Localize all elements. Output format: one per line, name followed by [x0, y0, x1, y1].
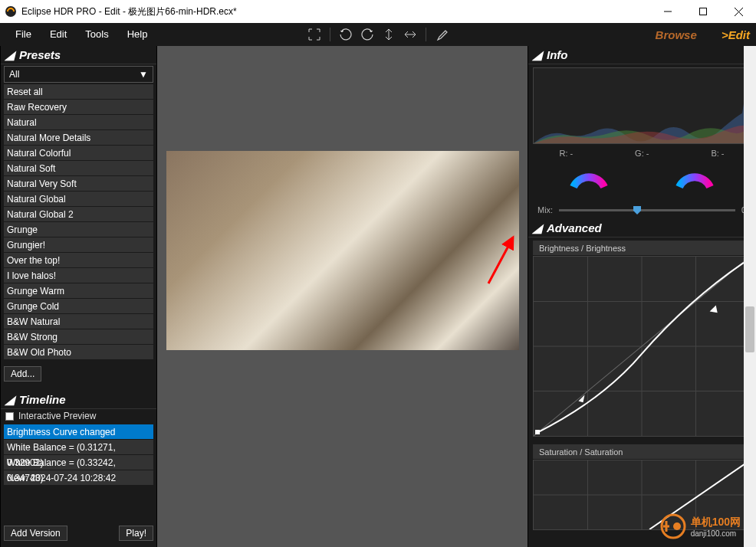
readout-b: B: -: [711, 149, 724, 158]
window-titlebar: Eclipse HDR PRO - Edit - 极光图片66-min-HDR.…: [0, 0, 756, 23]
minimize-button[interactable]: [650, 0, 685, 23]
hue-ring-left[interactable]: [569, 162, 609, 202]
fit-screen-icon[interactable]: [305, 25, 324, 44]
annotation-arrow-icon: [485, 234, 516, 287]
preset-filter-dropdown[interactable]: All ▼: [4, 66, 153, 83]
preset-item[interactable]: Natural More Details: [4, 130, 153, 146]
timeline-item[interactable]: Brightness Curve changed: [4, 424, 153, 440]
svg-rect-13: [535, 430, 540, 434]
interactive-preview-checkbox[interactable]: Interactive Preview: [1, 409, 156, 423]
flip-horizontal-icon[interactable]: [401, 25, 419, 44]
preset-item[interactable]: Natural Global: [4, 192, 153, 207]
timeline-list: Brightness Curve changedWhite Balance = …: [4, 424, 153, 518]
close-button[interactable]: [721, 0, 756, 23]
timeline-header[interactable]: ◢ Timeline: [1, 391, 156, 409]
preset-item[interactable]: Natural Very Soft: [4, 176, 153, 192]
preset-item[interactable]: Over the top!: [4, 253, 153, 268]
preset-item[interactable]: B&W Strong: [4, 329, 153, 345]
menu-edit[interactable]: Edit: [41, 23, 76, 46]
histogram[interactable]: [533, 67, 751, 144]
readout-r: R: -: [559, 149, 573, 158]
hue-ring-right[interactable]: [675, 162, 715, 202]
collapse-icon: ◢: [5, 48, 15, 62]
eyedropper-icon[interactable]: [432, 25, 451, 44]
rotate-cw-icon[interactable]: [358, 25, 376, 44]
maximize-button[interactable]: [685, 0, 721, 23]
timeline-item[interactable]: New: 2024-07-24 10:28:42: [4, 470, 153, 486]
brightness-curve[interactable]: [533, 256, 751, 437]
mix-label: Mix:: [537, 205, 553, 215]
preset-item[interactable]: Reset all: [4, 84, 153, 100]
menu-help[interactable]: Help: [118, 23, 157, 46]
preset-item[interactable]: B&W Old Photo: [4, 345, 153, 360]
preset-list: Reset allRaw RecoveryNaturalNatural More…: [4, 84, 153, 360]
preset-item[interactable]: Natural Global 2: [4, 207, 153, 222]
preset-item[interactable]: B&W Natural: [4, 314, 153, 329]
app-logo-icon: [5, 5, 17, 18]
svg-rect-2: [700, 8, 707, 15]
timeline-item[interactable]: White Balance = (0.33242, 0.34743): [4, 455, 153, 470]
add-preset-button[interactable]: Add...: [4, 366, 41, 382]
slider-thumb-icon[interactable]: [633, 206, 641, 215]
brightness-curve-label: Brightness / Brightness: [533, 241, 751, 256]
preset-item[interactable]: Grunge Warm: [4, 283, 153, 299]
toolbar-center: [305, 25, 451, 44]
preset-item[interactable]: Natural Colorful: [4, 146, 153, 161]
svg-line-5: [488, 237, 513, 283]
color-rings: [528, 161, 755, 204]
preset-item[interactable]: Raw Recovery: [4, 100, 153, 115]
saturation-curve-label: Saturation / Saturation: [533, 444, 751, 460]
preset-item[interactable]: Natural Soft: [4, 161, 153, 176]
presets-header[interactable]: ◢ Presets: [1, 46, 156, 64]
readout-g: G: -: [635, 149, 649, 158]
info-header[interactable]: ◢ Info: [528, 46, 755, 64]
play-button[interactable]: Play!: [119, 526, 153, 541]
window-scrollbar[interactable]: [744, 46, 756, 547]
preset-item[interactable]: Grungier!: [4, 237, 153, 253]
preset-item[interactable]: Grunge Cold: [4, 299, 153, 314]
saturation-curve[interactable]: [533, 460, 751, 530]
canvas-area[interactable]: [157, 46, 528, 547]
add-version-button[interactable]: Add Version: [4, 526, 67, 541]
collapse-icon: ◢: [533, 48, 542, 62]
rgb-readout: R: - G: - B: -: [528, 147, 755, 161]
mix-slider[interactable]: [559, 209, 735, 211]
collapse-icon: ◢: [533, 221, 542, 235]
menu-tools[interactable]: Tools: [76, 23, 117, 46]
mode-edit[interactable]: >Edit: [721, 28, 750, 41]
preset-item[interactable]: Grunge: [4, 222, 153, 237]
image-preview: [166, 151, 519, 350]
menu-file[interactable]: File: [6, 23, 41, 46]
timeline-item[interactable]: White Balance = (0.31271, 0.32902): [4, 440, 153, 455]
rotate-ccw-icon[interactable]: [337, 25, 355, 44]
advanced-header[interactable]: ◢ Advanced: [528, 219, 755, 237]
preset-item[interactable]: I love halos!: [4, 268, 153, 283]
window-title: Eclipse HDR PRO - Edit - 极光图片66-min-HDR.…: [21, 5, 237, 18]
mode-browse[interactable]: Browse: [656, 28, 697, 41]
chevron-down-icon: ▼: [139, 69, 148, 80]
collapse-icon: ◢: [5, 393, 15, 407]
menubar: File Edit Tools Help Browse >Edit: [0, 23, 756, 46]
preset-item[interactable]: Natural: [4, 115, 153, 130]
flip-vertical-icon[interactable]: [380, 25, 398, 44]
